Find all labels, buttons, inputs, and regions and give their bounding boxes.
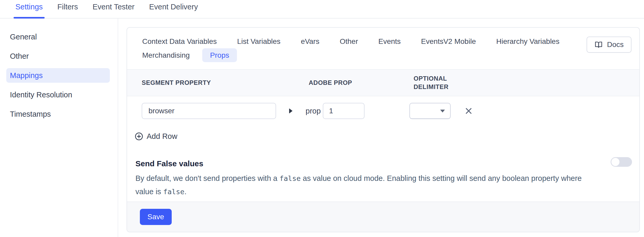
toggle-knob xyxy=(611,158,619,166)
code-false: false xyxy=(279,174,301,182)
adobe-prop-prefix-label: prop xyxy=(306,107,321,115)
remove-row-button[interactable] xyxy=(464,106,473,115)
sidebar-item-identity-resolution[interactable]: Identity Resolution xyxy=(0,87,118,102)
settings-page: Settings Filters Event Tester Event Deli… xyxy=(0,0,644,237)
tab-list-variables[interactable]: List Variables xyxy=(237,34,281,48)
send-false-section: Send False values By default, we don't s… xyxy=(135,159,587,198)
tab-hierarchy-variables[interactable]: Hierarchy Variables xyxy=(496,34,559,48)
add-row-button[interactable]: Add Row xyxy=(134,132,177,141)
tab-evars[interactable]: eVars xyxy=(301,34,319,48)
mapping-row: prop xyxy=(127,103,639,119)
segment-property-input[interactable] xyxy=(142,103,276,119)
delimiter-select[interactable] xyxy=(409,103,451,119)
nav-tab-filters[interactable]: Filters xyxy=(57,0,79,18)
panel-footer: Save xyxy=(127,202,639,232)
tab-events[interactable]: Events xyxy=(378,34,401,48)
save-button[interactable]: Save xyxy=(140,209,172,225)
nav-tab-event-delivery[interactable]: Event Delivery xyxy=(148,0,199,18)
top-nav: Settings Filters Event Tester Event Deli… xyxy=(0,0,644,19)
adobe-prop-number-input[interactable] xyxy=(323,103,365,119)
book-icon xyxy=(594,40,603,49)
tab-props[interactable]: Props xyxy=(202,48,237,62)
sidebar-item-other[interactable]: Other xyxy=(0,49,118,63)
tab-context-data-variables[interactable]: Context Data Variables xyxy=(142,34,217,48)
nav-tab-event-tester[interactable]: Event Tester xyxy=(92,0,135,18)
docs-button[interactable]: Docs xyxy=(587,37,631,53)
sidebar-item-timestamps[interactable]: Timestamps xyxy=(0,107,118,121)
send-false-description: By default, we don't send properties wit… xyxy=(135,172,587,198)
nav-tab-settings[interactable]: Settings xyxy=(15,0,44,18)
code-false: false xyxy=(163,188,184,196)
column-header-optional-delimiter: OPTIONAL DELIMITER xyxy=(414,74,461,91)
caret-down-icon xyxy=(440,110,445,112)
docs-button-label: Docs xyxy=(607,40,624,49)
mappings-panel: Context Data Variables List Variables eV… xyxy=(127,27,640,232)
arrow-right-icon xyxy=(289,108,293,114)
send-false-toggle[interactable] xyxy=(611,157,632,167)
sidebar-item-general[interactable]: General xyxy=(0,29,118,44)
sidebar-item-mappings[interactable]: Mappings xyxy=(6,68,110,83)
column-header-segment-property: SEGMENT PROPERTY xyxy=(142,79,309,86)
tab-merchandising[interactable]: Merchandising xyxy=(142,48,190,62)
add-row-label: Add Row xyxy=(147,132,177,141)
variable-tabs: Context Data Variables List Variables eV… xyxy=(127,28,639,62)
column-header-adobe-prop: ADOBE PROP xyxy=(309,79,414,86)
mapping-table-header: SEGMENT PROPERTY ADOBE PROP OPTIONAL DEL… xyxy=(127,69,639,96)
settings-sidebar: General Other Mappings Identity Resoluti… xyxy=(0,19,118,237)
tab-other[interactable]: Other xyxy=(340,34,358,48)
plus-circle-icon xyxy=(134,132,144,141)
tab-eventsv2-mobile[interactable]: EventsV2 Mobile xyxy=(421,34,476,48)
send-false-title: Send False values xyxy=(135,159,587,168)
